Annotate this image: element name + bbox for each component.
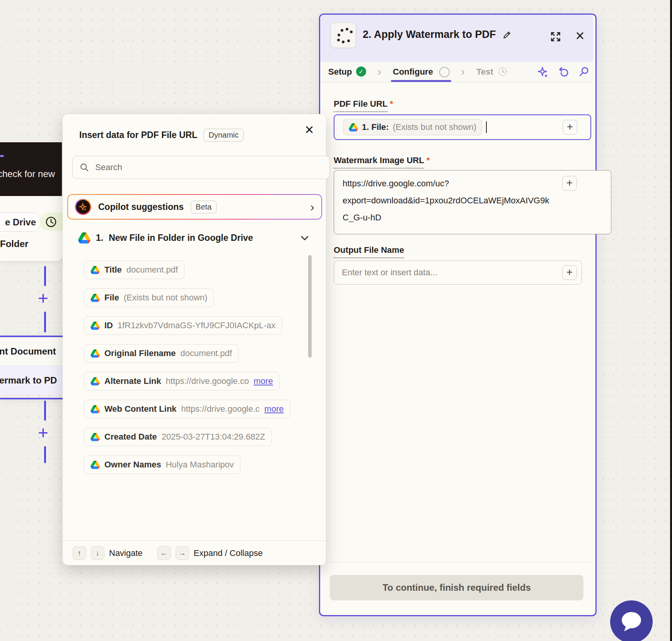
chat-bubble-icon (619, 610, 643, 633)
test-pending-clock-icon (497, 66, 508, 77)
copilot-icon (75, 199, 91, 215)
output-file-name-label: Output File Name (334, 245, 404, 258)
data-field-web-content-link[interactable]: Web Content Link https://drive.google.c … (84, 400, 290, 418)
add-step-button[interactable]: + (38, 289, 48, 307)
trigger-step-card[interactable]: e Drive Folder (0, 196, 63, 261)
step-title: 2. Apply Watermark to PDF (363, 29, 512, 41)
copilot-label: Copilot suggestions (98, 202, 184, 212)
tab-configure[interactable]: Configure (393, 67, 433, 77)
watermark-image-url-label: Watermark Image URL* (334, 155, 430, 169)
footer-divider (320, 562, 593, 562)
required-asterisk: * (390, 99, 393, 109)
step-panel-header: 2. Apply Watermark to PDF (320, 15, 593, 62)
chevron-right-icon (461, 66, 465, 77)
search-step-icon[interactable] (578, 66, 590, 78)
more-link[interactable]: more (264, 404, 284, 414)
app-pill-label: e Drive (5, 217, 36, 228)
text-cursor (486, 121, 487, 133)
configure-status-icon (439, 67, 450, 77)
insert-data-plus-button[interactable] (563, 120, 577, 135)
mapped-field-token[interactable]: 1. File: (Exists but not shown) (343, 119, 482, 135)
action-card-row-watermark[interactable]: ermark to PD (0, 366, 63, 395)
expand-collapse-label: Expand / Collapse (194, 548, 263, 558)
source-step-section-header[interactable]: 1. New File in Folder in Google Drive (78, 232, 310, 244)
data-field-owner-names[interactable]: Owner Names Hulya Masharipov (84, 455, 240, 474)
insert-panel-title: Insert data for PDF File URL (79, 130, 197, 140)
google-drive-icon (90, 294, 100, 302)
google-drive-icon (90, 266, 100, 274)
output-file-name-input[interactable] (334, 261, 582, 284)
navigate-up-button[interactable]: ↑ (73, 546, 86, 560)
search-icon (80, 162, 89, 172)
copilot-suggestions-row[interactable]: Copilot suggestions Beta (67, 194, 322, 220)
more-link[interactable]: more (254, 376, 273, 386)
continue-button[interactable]: To continue, finish required fields (330, 575, 583, 600)
help-chat-button[interactable] (610, 600, 653, 641)
tab-test[interactable]: Test (476, 67, 493, 77)
google-drive-icon (90, 433, 100, 441)
insert-data-plus-button[interactable] (562, 265, 577, 280)
watermark-image-url-input[interactable]: https://drive.google.com/uc? export=down… (334, 170, 611, 234)
add-step-button[interactable]: + (38, 424, 48, 442)
google-drive-icon (90, 461, 100, 469)
data-field-id[interactable]: ID 1fR1zkvb7VdmaGS-YfU9CFJ0IACKpL-ax (84, 316, 282, 335)
documint-app-icon (331, 22, 356, 48)
insert-panel-header: Insert data for PDF File URL Dynamic (79, 129, 244, 141)
data-field-original-filename[interactable]: Original Filename document.pdf (84, 344, 239, 363)
chevron-right-icon (377, 66, 381, 77)
trigger-step-label: Folder (0, 239, 28, 249)
connector-line (44, 312, 46, 332)
search-input[interactable] (94, 162, 322, 173)
undo-icon[interactable] (558, 66, 570, 78)
tooltip-text: check for new (0, 169, 55, 179)
close-panel-icon[interactable] (572, 28, 588, 43)
step-config-panel: 2. Apply Watermark to PDF Setup Configur… (319, 14, 597, 616)
insert-panel-footer: ↑ ↓ Navigate ← → Expand / Collapse (63, 540, 326, 565)
zap-icon (0, 155, 4, 157)
google-drive-icon (90, 349, 100, 358)
url-line: C_G-u-hD (343, 209, 590, 226)
output-file-name-field (334, 261, 582, 285)
connector-line (44, 266, 46, 286)
list-scrollbar[interactable] (308, 255, 312, 358)
url-line: export=download&id=1pxou2rdOCELaWEjMoxAI… (343, 192, 590, 209)
beta-badge: Beta (191, 201, 217, 213)
canvas-tooltip: check for new (0, 142, 62, 196)
google-drive-icon (349, 123, 358, 131)
navigate-down-button[interactable]: ↓ (91, 546, 104, 560)
close-insert-panel-icon[interactable] (301, 121, 318, 138)
google-drive-icon (90, 322, 100, 330)
action-step-card[interactable]: nt Document ermark to PD (0, 336, 63, 399)
edit-pencil-icon[interactable] (501, 29, 512, 40)
google-drive-icon (90, 377, 100, 385)
dynamic-badge: Dynamic (203, 129, 244, 141)
search-field[interactable] (72, 156, 330, 179)
action-card-row-document[interactable]: nt Document (0, 337, 63, 366)
pdf-file-url-input[interactable]: 1. File: (Exists but not shown) (334, 114, 591, 140)
required-asterisk: * (426, 155, 430, 165)
screen-edge (670, 0, 672, 641)
google-drive-icon (90, 405, 100, 413)
chevron-down-icon[interactable] (299, 233, 310, 244)
active-tab-underline (391, 80, 451, 82)
tab-setup[interactable]: Setup (328, 67, 352, 77)
section-number: 1. (96, 233, 103, 243)
expand-icon[interactable] (550, 31, 561, 43)
chevron-right-icon (310, 201, 314, 213)
section-title: New File in Folder in Google Drive (109, 233, 253, 243)
setup-complete-icon (356, 66, 366, 77)
step-tabbar: Setup Configure Test (320, 62, 593, 82)
insert-data-plus-button[interactable] (562, 176, 577, 191)
data-field-created-date[interactable]: Created Date 2025-03-27T13:04:29.682Z (84, 428, 272, 446)
expand-right-button[interactable]: → (176, 546, 189, 560)
data-field-title[interactable]: Title document.pdf (84, 261, 184, 279)
data-field-file[interactable]: File (Exists but not shown) (84, 288, 214, 307)
insert-data-panel: Insert data for PDF File URL Dynamic Cop… (63, 114, 326, 565)
google-drive-icon (78, 232, 90, 244)
pdf-file-url-label: PDF File URL* (334, 99, 393, 112)
collapse-left-button[interactable]: ← (157, 546, 171, 560)
data-field-alternate-link[interactable]: Alternate Link https://drive.google.co m… (84, 372, 280, 390)
app-pill-google-drive[interactable]: e Drive (0, 213, 41, 232)
ai-sparkle-icon[interactable] (537, 66, 549, 78)
connector-line (44, 446, 46, 463)
